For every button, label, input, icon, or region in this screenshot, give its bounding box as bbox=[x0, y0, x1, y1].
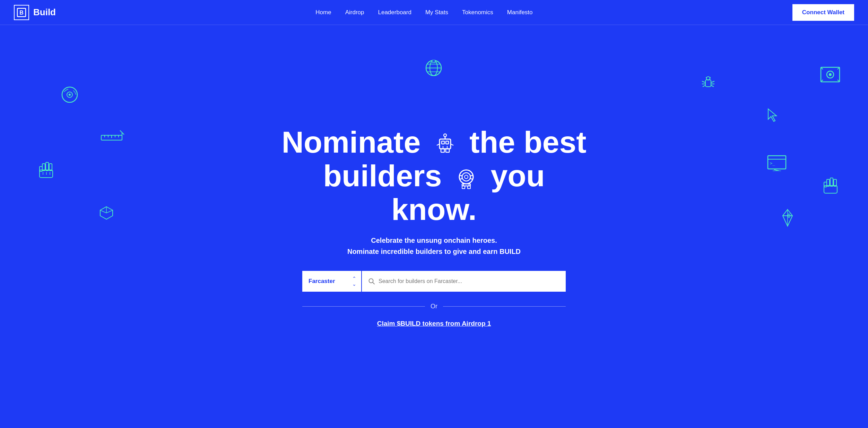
svg-point-85 bbox=[465, 175, 468, 179]
globe-icon: www bbox=[424, 58, 444, 78]
search-input[interactable] bbox=[379, 278, 559, 284]
svg-line-60 bbox=[106, 210, 113, 213]
nav-links: Home Airdrop Leaderboard My Stats Tokeno… bbox=[315, 9, 532, 16]
svg-point-11 bbox=[69, 94, 71, 96]
hero-subtitle: Celebrate the unsung onchain heroes. Nom… bbox=[347, 235, 521, 257]
robot-inline-icon bbox=[431, 131, 459, 159]
search-input-wrapper bbox=[362, 271, 566, 292]
svg-text:B: B bbox=[19, 10, 24, 16]
nav-link-leaderboard[interactable]: Leaderboard bbox=[378, 9, 411, 16]
platform-select[interactable]: Farcaster Lens Twitter bbox=[302, 271, 361, 292]
hero-section: www bbox=[0, 25, 868, 428]
bug-icon bbox=[699, 74, 717, 92]
svg-text:>_: >_ bbox=[770, 161, 775, 166]
nav-link-my-stats[interactable]: My Stats bbox=[425, 9, 448, 16]
ruler-icon bbox=[101, 129, 125, 146]
navbar: B Build Home Airdrop Leaderboard My Stat… bbox=[0, 0, 868, 25]
svg-line-14 bbox=[702, 81, 705, 83]
connect-wallet-button[interactable]: Connect Wallet bbox=[792, 4, 854, 21]
divider-line-right bbox=[443, 306, 566, 307]
svg-rect-65 bbox=[440, 139, 451, 149]
svg-rect-54 bbox=[830, 178, 833, 186]
claim-link[interactable]: Claim $BUILD tokens from Airdrop 1 bbox=[377, 320, 491, 327]
svg-line-59 bbox=[100, 210, 106, 213]
diamond-icon bbox=[780, 209, 795, 227]
svg-text:www: www bbox=[433, 61, 437, 63]
svg-point-69 bbox=[444, 134, 446, 137]
cube-icon bbox=[99, 205, 114, 221]
disc-icon bbox=[61, 86, 79, 104]
svg-rect-78 bbox=[459, 176, 462, 179]
or-divider: Or bbox=[302, 303, 566, 310]
svg-rect-66 bbox=[442, 141, 444, 144]
terminal-icon: >_ bbox=[767, 155, 787, 171]
svg-point-77 bbox=[462, 173, 470, 181]
svg-point-76 bbox=[459, 170, 473, 184]
svg-rect-12 bbox=[705, 80, 711, 87]
nav-link-tokenomics[interactable]: Tokenomics bbox=[462, 9, 493, 16]
svg-rect-67 bbox=[446, 141, 449, 144]
hand-left-icon bbox=[38, 160, 54, 179]
logo[interactable]: B Build bbox=[14, 5, 56, 20]
search-icon bbox=[368, 278, 375, 285]
svg-line-18 bbox=[703, 85, 705, 87]
cursor-icon bbox=[767, 108, 778, 122]
svg-line-15 bbox=[711, 81, 714, 83]
nav-link-airdrop[interactable]: Airdrop bbox=[345, 9, 364, 16]
logo-text: Build bbox=[33, 7, 56, 18]
eye-icon bbox=[820, 67, 840, 83]
astronaut-inline-icon bbox=[452, 164, 480, 192]
svg-point-24 bbox=[829, 73, 832, 76]
hand-right-icon bbox=[823, 176, 839, 195]
or-text: Or bbox=[431, 303, 437, 310]
svg-line-87 bbox=[373, 282, 374, 284]
nav-link-home[interactable]: Home bbox=[315, 9, 331, 16]
platform-select-wrapper: Farcaster Lens Twitter ⌃⌄ bbox=[302, 271, 361, 292]
search-row: Farcaster Lens Twitter ⌃⌄ bbox=[302, 271, 566, 292]
nav-link-manifesto[interactable]: Manifesto bbox=[507, 9, 533, 16]
svg-line-19 bbox=[711, 85, 714, 87]
svg-rect-79 bbox=[470, 176, 473, 179]
svg-marker-29 bbox=[768, 109, 776, 121]
svg-line-38 bbox=[120, 130, 122, 132]
divider-line-left bbox=[302, 306, 425, 307]
logo-icon: B bbox=[14, 5, 29, 20]
hero-title: Nominate the best builders bbox=[278, 126, 590, 226]
svg-rect-41 bbox=[46, 162, 49, 171]
